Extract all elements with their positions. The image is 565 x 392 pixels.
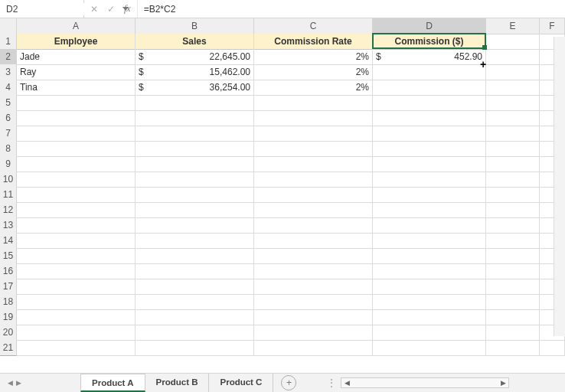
col-header-E[interactable]: E [486, 18, 540, 34]
cell-C5[interactable] [254, 95, 373, 111]
cell-E2[interactable] [486, 49, 540, 65]
cell-C17[interactable] [254, 279, 373, 295]
row-header-8[interactable]: 8 [0, 141, 17, 157]
cell-A4[interactable]: Tina [17, 80, 136, 96]
cell-C7[interactable] [254, 126, 373, 142]
row-header-18[interactable]: 18 [0, 294, 17, 310]
cell-A6[interactable] [17, 110, 136, 126]
formula-input[interactable] [138, 3, 565, 15]
cell-C6[interactable] [254, 110, 373, 126]
tab-prev-icon[interactable]: ◀ [8, 379, 13, 387]
cell-E18[interactable] [486, 294, 540, 310]
cell-D1[interactable]: Commission ($) [373, 34, 486, 50]
cell-D6[interactable] [373, 110, 486, 126]
cell-E4[interactable] [486, 80, 540, 96]
cell-A10[interactable] [17, 172, 136, 188]
cell-C15[interactable] [254, 248, 373, 264]
cell-D7[interactable] [373, 126, 486, 142]
cell-B1[interactable]: Sales [136, 34, 254, 50]
cell-B4[interactable]: $36,254.00 [136, 80, 254, 96]
cell-B9[interactable] [136, 156, 254, 172]
cell-F21[interactable] [540, 340, 565, 356]
cell-E5[interactable] [486, 95, 540, 111]
col-header-A[interactable]: A [17, 18, 136, 34]
col-header-D[interactable]: D [373, 18, 486, 34]
cell-A2[interactable]: Jade [17, 49, 136, 65]
cell-C11[interactable] [254, 187, 373, 203]
cell-D20[interactable] [373, 325, 486, 341]
row-header-10[interactable]: 10 [0, 172, 17, 188]
col-header-C[interactable]: C [254, 18, 373, 34]
cell-B6[interactable] [136, 110, 254, 126]
cell-E7[interactable] [486, 126, 540, 142]
cell-B11[interactable] [136, 187, 254, 203]
cell-E9[interactable] [486, 156, 540, 172]
cell-D9[interactable] [373, 156, 486, 172]
row-header-15[interactable]: 15 [0, 248, 17, 264]
cell-A16[interactable] [17, 263, 136, 279]
row-header-13[interactable]: 13 [0, 217, 17, 234]
cell-A14[interactable] [17, 233, 136, 249]
cell-B15[interactable] [136, 248, 254, 264]
col-header-F[interactable]: F [540, 18, 565, 34]
row-header-6[interactable]: 6 [0, 110, 17, 126]
cell-E20[interactable] [486, 325, 540, 341]
cell-B17[interactable] [136, 279, 254, 295]
cell-A20[interactable] [17, 325, 136, 341]
cell-B10[interactable] [136, 172, 254, 188]
tab-splitter[interactable]: ⋮ [327, 377, 336, 388]
cell-E12[interactable] [486, 202, 540, 218]
cell-B5[interactable] [136, 95, 254, 111]
cell-B20[interactable] [136, 325, 254, 341]
cell-A21[interactable] [17, 340, 136, 356]
cell-A5[interactable] [17, 95, 136, 111]
row-header-5[interactable]: 5 [0, 95, 17, 111]
cell-D17[interactable] [373, 279, 486, 295]
cell-C20[interactable] [254, 325, 373, 341]
cell-C10[interactable] [254, 172, 373, 188]
cell-C19[interactable] [254, 309, 373, 325]
row-header-11[interactable]: 11 [0, 187, 17, 203]
cell-E19[interactable] [486, 309, 540, 325]
sheet-tab-product-a[interactable]: Product A [80, 374, 145, 392]
row-header-12[interactable]: 12 [0, 202, 17, 218]
cell-D21[interactable] [373, 340, 486, 356]
cell-E11[interactable] [486, 187, 540, 203]
cell-B2[interactable]: $22,645.00 [136, 49, 254, 65]
cell-D10[interactable] [373, 172, 486, 188]
cell-B21[interactable] [136, 340, 254, 356]
cell-A19[interactable] [17, 309, 136, 325]
cell-A15[interactable] [17, 248, 136, 264]
cell-C1[interactable]: Commission Rate [254, 34, 373, 50]
row-header-7[interactable]: 7 [0, 126, 17, 142]
cell-B16[interactable] [136, 263, 254, 279]
spreadsheet-grid[interactable]: A B C D E F 1EmployeeSalesCommission Rat… [0, 18, 565, 355]
cell-E1[interactable] [486, 34, 540, 50]
fx-icon[interactable]: fx [124, 3, 131, 15]
cell-B19[interactable] [136, 309, 254, 325]
cell-D2[interactable]: $452.90 [373, 49, 486, 65]
cell-C2[interactable]: 2% [254, 49, 373, 65]
sheet-tab-product-b[interactable]: Product B [145, 374, 210, 392]
cell-C12[interactable] [254, 202, 373, 218]
cell-A13[interactable] [17, 217, 136, 234]
cell-C3[interactable]: 2% [254, 64, 373, 80]
scroll-left-icon[interactable]: ◀ [341, 379, 352, 387]
cell-A17[interactable] [17, 279, 136, 295]
row-header-3[interactable]: 3 [0, 64, 17, 80]
cell-D5[interactable] [373, 95, 486, 111]
cell-D3[interactable] [373, 64, 486, 80]
cell-D19[interactable] [373, 309, 486, 325]
row-header-9[interactable]: 9 [0, 156, 17, 172]
cell-E21[interactable] [486, 340, 540, 356]
cell-A18[interactable] [17, 294, 136, 310]
cell-A9[interactable] [17, 156, 136, 172]
cell-C8[interactable] [254, 141, 373, 157]
cell-D16[interactable] [373, 263, 486, 279]
row-header-16[interactable]: 16 [0, 263, 17, 279]
row-header-4[interactable]: 4 [0, 80, 17, 96]
cell-E10[interactable] [486, 172, 540, 188]
name-box[interactable] [0, 0, 84, 18]
cell-D8[interactable] [373, 141, 486, 157]
cell-C14[interactable] [254, 233, 373, 249]
